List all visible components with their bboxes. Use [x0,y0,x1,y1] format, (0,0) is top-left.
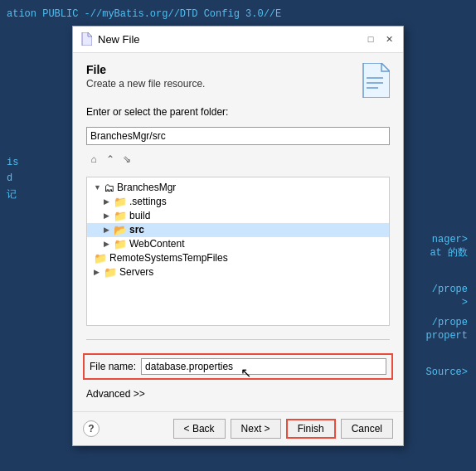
tree-up-button[interactable]: ⇘ [119,152,134,167]
tree-item-webcontent[interactable]: ▶ 📁 WebContent [87,237,389,251]
bg-right-prope1: /prope [432,282,468,298]
filename-label: File name: [90,361,136,372]
footer-buttons: < Back Next > Finish Cancel [173,419,393,439]
file-header-icon [360,63,390,96]
bg-right-propert: propert [426,328,468,344]
tree-toolbar: ⌂ ⌃ ⇘ [86,152,390,167]
folder-label: Enter or select the parent folder: [86,106,390,118]
tree-item-build[interactable]: ▶ 📁 build [87,209,389,223]
advanced-button[interactable]: Advanced >> [86,386,390,401]
tree-item-remotesystems[interactable]: 📁 RemoteSystemsTempFiles [87,251,389,265]
bg-right-source: Source> [426,365,468,381]
tree-item-settings[interactable]: ▶ 📁 .settings [87,195,389,209]
bg-right-prope2: /prope [432,315,468,331]
section-title: File [86,63,205,76]
bg-right-angle: > [462,295,468,311]
dialog-footer: ? < Back Next > Finish Cancel [73,411,403,445]
cancel-button[interactable]: Cancel [341,419,393,439]
dialog-title-bar: New File □ ✕ [73,27,403,53]
tree-item-src[interactable]: ▶ 📂 src [87,223,389,237]
new-file-dialog: New File □ ✕ File Create a new file reso… [72,26,404,446]
tree-forward-button[interactable]: ⌃ [103,152,118,167]
tree-item-servers[interactable]: ▶ 📁 Servers [87,265,389,279]
dialog-title: New File [98,33,140,46]
header-section: File Create a new file resource. [86,63,390,96]
separator [86,339,390,340]
dialog-body: File Create a new file resource. Enter o… [73,53,403,411]
folder-input[interactable] [86,127,390,145]
dialog-title-controls: □ ✕ [363,32,396,46]
help-button[interactable]: ? [83,420,100,437]
filename-input[interactable] [141,358,386,375]
maximize-button[interactable]: □ [363,32,378,46]
filename-row: File name: [83,353,393,380]
header-text: File Create a new file resource. [86,63,205,90]
close-button[interactable]: ✕ [381,32,396,46]
finish-button[interactable]: Finish [286,419,336,439]
tree-item-branchesmgr[interactable]: ▼ 🗂 BranchesMgr [87,181,389,195]
back-button[interactable]: < Back [173,419,226,439]
bg-right-nager: nager> [432,232,468,248]
bg-right-at: at 的数 [430,245,468,261]
folder-tree: ▼ 🗂 BranchesMgr ▶ 📁 .settings ▶ 📁 build … [86,177,390,326]
next-button[interactable]: Next > [231,419,281,439]
dialog-title-icon [80,32,93,46]
tree-back-button[interactable]: ⌂ [86,152,101,167]
section-subtitle: Create a new file resource. [86,78,205,90]
